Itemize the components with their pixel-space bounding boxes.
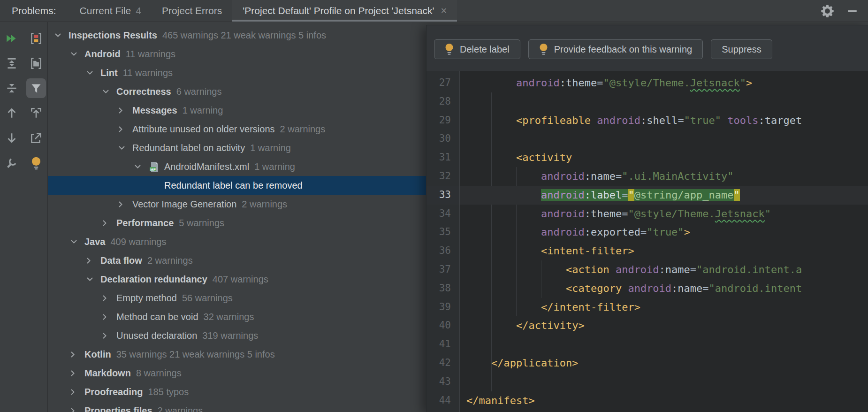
- tab-project-errors[interactable]: Project Errors: [152, 0, 232, 22]
- code-line-44[interactable]: </manifest>: [460, 391, 868, 410]
- code-token: </manifest>: [466, 395, 535, 406]
- inspection-severity-icon[interactable]: [26, 29, 46, 48]
- code-token: ": [734, 189, 740, 201]
- suppress-button[interactable]: Suppress: [711, 39, 772, 59]
- delete-label-button[interactable]: Delete label: [434, 39, 520, 59]
- code-token: >: [746, 77, 752, 89]
- code-token: [466, 301, 541, 313]
- code-token: android: [541, 189, 585, 201]
- chevron-right-icon[interactable]: [102, 313, 116, 320]
- chevron-right-icon[interactable]: [118, 126, 132, 133]
- code-token: :name: [659, 264, 690, 275]
- chevron-right-icon[interactable]: [102, 295, 116, 302]
- chevron-right-icon[interactable]: [118, 201, 132, 208]
- chevron-right-icon[interactable]: [70, 351, 84, 358]
- code-line-28[interactable]: [460, 92, 868, 111]
- chevron-right-icon[interactable]: [86, 257, 100, 264]
- minimize-icon[interactable]: [848, 10, 857, 12]
- chevron-down-icon[interactable]: [134, 164, 148, 169]
- code-line-40[interactable]: </activity>: [460, 316, 868, 335]
- tree-item-count: 56 warnings: [182, 293, 233, 304]
- chevron-down-icon[interactable]: [54, 33, 69, 38]
- left-toolbar: [0, 22, 48, 412]
- code-token: <action: [566, 264, 609, 275]
- tab-project-default-profile-on-project-jetsnack[interactable]: 'Project Default' Profile on Project 'Je…: [232, 0, 457, 22]
- tab-current-file[interactable]: Current File4: [69, 0, 152, 22]
- code-token: ".ui.MainActivity": [622, 170, 733, 182]
- code-line-37[interactable]: <action android:name="android.intent.a: [460, 260, 868, 279]
- code-line-31[interactable]: <activity: [460, 148, 868, 167]
- line-number: 40: [426, 316, 459, 335]
- collapse-all-icon[interactable]: [2, 78, 22, 98]
- svg-text:MF: MF: [150, 167, 156, 171]
- chevron-right-icon[interactable]: [102, 332, 116, 339]
- tree-item-count: 407 warnings: [213, 274, 268, 285]
- rerun-inspection-icon[interactable]: [2, 29, 22, 48]
- code-token: [466, 282, 566, 294]
- provide-feedback-on-this-warning-button[interactable]: Provide feedback on this warning: [528, 39, 703, 59]
- tree-item-count: 5 warnings: [179, 218, 224, 229]
- code-line-34[interactable]: android:theme="@style/Theme.Jetsnack": [460, 205, 868, 223]
- chevron-down-icon[interactable]: [86, 277, 100, 282]
- expand-all-icon[interactable]: [2, 53, 22, 73]
- chevron-right-icon[interactable]: [70, 407, 84, 412]
- tree-item-count: 32 warnings: [204, 312, 254, 322]
- previous-problem-icon[interactable]: [2, 103, 22, 123]
- code-line-32[interactable]: android:name=".ui.MainActivity": [460, 167, 868, 186]
- code-token: =: [678, 114, 684, 126]
- inspection-settings-wrench-icon[interactable]: [2, 153, 22, 173]
- line-number: 29: [426, 111, 459, 130]
- code-token: android: [541, 208, 585, 220]
- chevron-right-icon[interactable]: [102, 220, 116, 227]
- line-number: 36: [426, 242, 459, 260]
- code-line-33[interactable]: android:label="@string/app_name": [460, 186, 868, 205]
- code-line-35[interactable]: android:exported="true">: [460, 223, 868, 242]
- code-line-29[interactable]: <profileable android:shell="true" tools:…: [460, 111, 868, 130]
- code-editor[interactable]: 272829303132333435363738394041424344 and…: [426, 71, 868, 412]
- chevron-down-icon[interactable]: [70, 239, 84, 244]
- bulb-icon: [539, 43, 548, 56]
- open-in-editor-icon[interactable]: [26, 128, 46, 148]
- code-token: android: [541, 226, 585, 238]
- close-icon[interactable]: ×: [441, 6, 447, 16]
- chevron-down-icon[interactable]: [86, 70, 100, 75]
- code-token: @string/app_name: [634, 189, 734, 201]
- tree-item-count: 1 warning: [183, 105, 223, 116]
- next-problem-icon[interactable]: [2, 128, 22, 148]
- editor-code-area[interactable]: android:theme="@style/Theme.Jetsnack"> <…: [460, 71, 868, 412]
- quick-fix-buttons: Delete labelProvide feedback on this war…: [434, 39, 868, 60]
- tree-item-label: Declaration redundancy: [100, 274, 207, 285]
- code-token: </intent-filter>: [541, 301, 640, 313]
- code-line-39[interactable]: </intent-filter>: [460, 298, 868, 317]
- tab-label: Current File: [80, 5, 131, 16]
- code-line-42[interactable]: </application>: [460, 354, 868, 373]
- export-icon[interactable]: [26, 103, 46, 123]
- code-token: [466, 245, 541, 257]
- code-line-38[interactable]: <category android:name="android.intent: [460, 279, 868, 298]
- tab-list: Current File4Project Errors'Project Defa…: [69, 0, 457, 22]
- code-token: [591, 114, 597, 126]
- code-line-41[interactable]: [460, 335, 868, 354]
- tree-item-label: Properties files: [84, 405, 152, 412]
- tree-item-label: Correctness: [116, 86, 171, 97]
- code-token: ": [740, 77, 746, 89]
- code-line-27[interactable]: android:theme="@style/Theme.Jetsnack">: [460, 74, 868, 92]
- group-by-directory-icon[interactable]: [26, 53, 46, 73]
- tree-item-label: Method can be void: [116, 312, 198, 322]
- tree-item-label: Markdown: [84, 368, 131, 379]
- chevron-down-icon[interactable]: [70, 52, 84, 56]
- chevron-down-icon[interactable]: [118, 145, 132, 150]
- settings-gear-icon[interactable]: [820, 4, 835, 18]
- filter-icon[interactable]: [26, 78, 46, 98]
- chevron-down-icon[interactable]: [102, 89, 116, 94]
- chevron-right-icon[interactable]: [118, 107, 132, 114]
- chevron-right-icon[interactable]: [70, 389, 84, 396]
- code-line-30[interactable]: [460, 130, 868, 148]
- quick-fix-bulb-icon[interactable]: [26, 153, 46, 173]
- line-number: 33: [426, 186, 459, 205]
- chevron-right-icon[interactable]: [70, 370, 84, 377]
- code-line-43[interactable]: [460, 373, 868, 391]
- inspection-preview-popup: Delete labelProvide feedback on this war…: [426, 25, 868, 412]
- code-line-36[interactable]: <intent-filter>: [460, 242, 868, 260]
- tree-item-label: Inspections Results: [69, 30, 157, 41]
